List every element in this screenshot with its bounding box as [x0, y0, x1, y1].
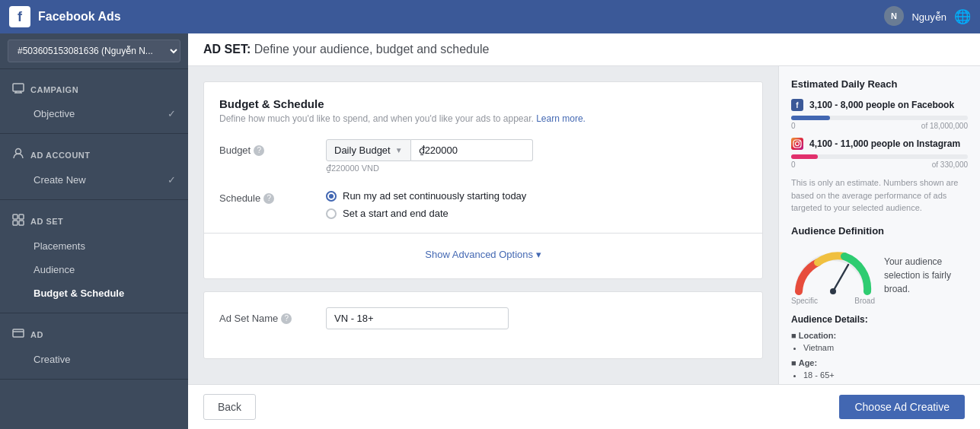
sidebar-item-objective-label: Objective — [34, 108, 75, 119]
schedule-continuous-radio[interactable] — [326, 191, 337, 202]
facebook-progress-fill — [791, 116, 830, 120]
sidebar-section-ad: AD Creative — [0, 313, 188, 380]
adaccount-section-title: AD ACCOUNT — [30, 151, 91, 160]
instagram-label-right: of 330,000 — [932, 160, 968, 169]
dropdown-arrow-icon: ▼ — [395, 146, 403, 154]
campaign-section-title: CAMPAIGN — [30, 85, 78, 94]
choose-ad-creative-button[interactable]: Choose Ad Creative — [839, 395, 965, 419]
audience-location-value: Vietnam — [803, 342, 968, 354]
budget-schedule-card: Budget & Schedule Define how much you'd … — [203, 81, 763, 279]
globe-icon[interactable]: 🌐 — [954, 8, 971, 25]
sidebar-section-adset: AD SET Placements Audience Budget & Sche… — [0, 200, 188, 313]
page-header-title: AD SET: Define your audience, budget and… — [203, 43, 489, 56]
schedule-continuous-label: Run my ad set continuously starting toda… — [343, 190, 526, 202]
account-selector-wrap[interactable]: #503605153081636 (Nguyễn N... — [0, 33, 188, 69]
gauge-labels: Specific Broad — [791, 297, 875, 305]
sidebar-item-create-new-check: ✓ — [168, 174, 176, 186]
schedule-continuous-option[interactable]: Run my ad set continuously starting toda… — [326, 190, 747, 202]
show-advanced-btn[interactable]: Show Advanced Options ▾ — [219, 246, 747, 263]
sidebar-section-ad-header: AD — [0, 321, 188, 348]
sidebar-item-creative[interactable]: Creative — [0, 348, 188, 371]
sidebar-item-budget-schedule[interactable]: Budget & Schedule — [0, 281, 188, 305]
facebook-platform-icon: f — [791, 99, 803, 111]
ad-set-name-card: Ad Set Name ? — [203, 291, 763, 359]
gauge-label-broad: Broad — [854, 297, 875, 305]
budget-input-group: Daily Budget ▼ — [326, 139, 747, 161]
svg-point-17 — [830, 288, 836, 294]
schedule-radio-group: Run my ad set continuously starting toda… — [326, 187, 747, 219]
budget-info-icon[interactable]: ? — [254, 145, 264, 156]
sidebar-item-placements[interactable]: Placements — [0, 234, 188, 258]
svg-rect-10 — [19, 221, 24, 225]
topbar-avatar: N — [884, 6, 904, 28]
main-panel: Budget & Schedule Define how much you'd … — [188, 66, 778, 384]
adset-name-form-row: Ad Set Name ? — [219, 307, 747, 329]
instagram-progress-bg — [791, 154, 968, 159]
svg-point-14 — [796, 142, 800, 146]
app-container: f Facebook Ads N Nguyễn 🌐 #5036051530816… — [0, 0, 980, 429]
sidebar-section-adaccount: AD ACCOUNT Create New ✓ — [0, 134, 188, 200]
sidebar-item-audience[interactable]: Audience — [0, 258, 188, 281]
sidebar-item-create-new[interactable]: Create New ✓ — [0, 168, 188, 192]
daily-budget-label: Daily Budget — [334, 145, 391, 156]
sidebar-item-placements-label: Placements — [34, 240, 85, 252]
learn-more-link[interactable]: Learn more. — [536, 113, 586, 124]
sidebar-section-campaign-header: CAMPAIGN — [0, 77, 188, 102]
facebook-reach-row: f 3,100 - 8,000 people on Facebook — [791, 99, 968, 111]
svg-line-16 — [833, 265, 848, 291]
sidebar-item-create-new-label: Create New — [34, 174, 86, 186]
instagram-progress-fill — [791, 154, 818, 159]
svg-rect-2 — [13, 84, 24, 91]
facebook-progress-bg — [791, 116, 968, 120]
topbar-username: Nguyễn — [911, 11, 946, 23]
page-header-desc: Define your audience, budget and schedul… — [254, 43, 490, 56]
schedule-daterange-label: Set a start and end date — [343, 208, 449, 219]
budget-schedule-card-title: Budget & Schedule — [219, 97, 747, 110]
page-header: AD SET: Define your audience, budget and… — [188, 33, 980, 66]
schedule-daterange-option[interactable]: Set a start and end date — [326, 208, 747, 219]
budget-amount-input[interactable] — [411, 139, 533, 161]
adset-name-input[interactable] — [326, 307, 509, 329]
svg-rect-9 — [13, 221, 18, 225]
schedule-form-row: Schedule ? Run my ad set continuously st… — [219, 187, 747, 219]
instagram-reach-row: 4,100 - 11,000 people on Instagram — [791, 138, 968, 150]
sidebar: #503605153081636 (Nguyễn N... CAMPAIGN O… — [0, 33, 188, 429]
budget-hint: ₫220000 VND — [326, 164, 747, 173]
facebook-label-right: of 18,000,000 — [921, 122, 968, 130]
adset-name-label: Ad Set Name ? — [219, 307, 326, 324]
adset-name-info-icon[interactable]: ? — [281, 313, 292, 324]
sidebar-section-campaign: CAMPAIGN Objective ✓ — [0, 69, 188, 134]
facebook-reach-text: 3,100 - 8,000 people on Facebook — [809, 100, 954, 110]
instagram-progress-wrap: 0 of 330,000 — [791, 154, 968, 169]
facebook-label-left: 0 — [791, 122, 796, 130]
card-divider — [204, 233, 762, 234]
topbar-right: N Nguyễn 🌐 — [884, 6, 971, 28]
back-button[interactable]: Back — [203, 394, 256, 420]
topbar: f Facebook Ads N Nguyễn 🌐 — [0, 0, 980, 33]
facebook-progress-wrap: 0 of 18,000,000 — [791, 116, 968, 130]
sidebar-section-adset-header: AD SET — [0, 208, 188, 234]
sidebar-item-budget-schedule-label: Budget & Schedule — [34, 288, 124, 299]
right-panel: Estimated Daily Reach f 3,100 - 8,000 pe… — [778, 66, 980, 384]
sidebar-item-objective[interactable]: Objective ✓ — [0, 102, 188, 126]
instagram-progress-labels: 0 of 330,000 — [791, 160, 968, 169]
content-area: AD SET: Define your audience, budget and… — [188, 33, 980, 429]
audience-detail-location: ■ Location: Vietnam — [791, 329, 968, 354]
gauge-label-specific: Specific — [791, 297, 818, 305]
account-selector[interactable]: #503605153081636 (Nguyễn N... — [8, 40, 180, 62]
audience-details-title: Audience Details: — [791, 314, 968, 325]
instagram-platform-icon — [791, 138, 803, 150]
content-body: Budget & Schedule Define how much you'd … — [188, 66, 980, 384]
daily-budget-select[interactable]: Daily Budget ▼ — [326, 139, 411, 161]
fb-logo-letter: f — [18, 9, 22, 25]
schedule-daterange-radio[interactable] — [326, 208, 337, 219]
svg-point-15 — [799, 141, 800, 142]
adset-icon — [12, 214, 24, 228]
audience-age-value: 18 - 65+ — [803, 369, 968, 382]
page-header-prefix: AD SET: — [203, 43, 251, 56]
estimated-reach-title: Estimated Daily Reach — [791, 78, 968, 90]
budget-schedule-card-subtitle: Define how much you'd like to spend, and… — [219, 113, 747, 124]
adaccount-icon — [12, 148, 24, 162]
gauge-container: Specific Broad Your audience selection i… — [791, 246, 968, 305]
schedule-info-icon[interactable]: ? — [263, 193, 274, 204]
